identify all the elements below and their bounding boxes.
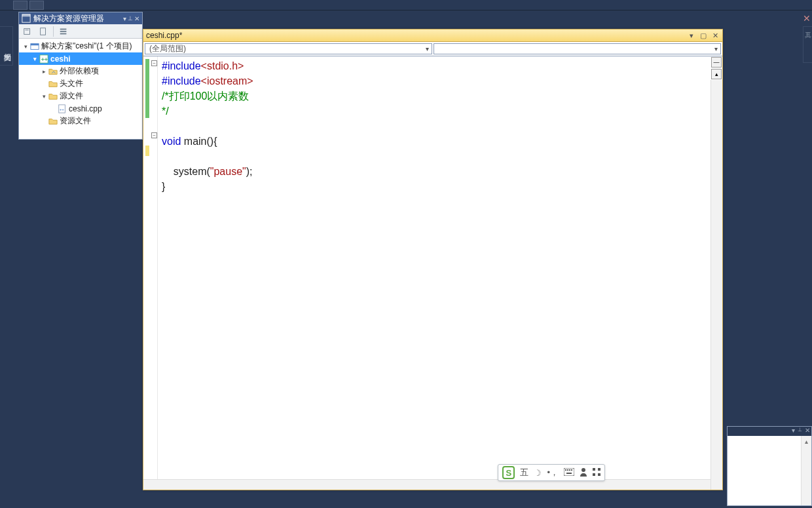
ime-mode-wubi[interactable]: 五 — [520, 467, 528, 479]
toolbar-separator — [53, 26, 54, 37]
horizontal-scrollbar[interactable] — [143, 479, 710, 490]
ime-user-icon[interactable] — [580, 467, 587, 479]
panel-icon — [22, 14, 31, 23]
editor-margin[interactable]: − − — [143, 56, 158, 490]
ime-toolbar[interactable]: S 五 ☽ •， — [498, 464, 605, 481]
toolbar-refresh-button[interactable] — [36, 26, 50, 37]
panel-pin-icon[interactable]: ⊥ — [128, 15, 133, 22]
editor-maximize-icon[interactable]: ▢ — [699, 31, 708, 40]
code-editor-window: ceshi.cpp* ▾ ▢ ✕ (全局范围) − − #include<std… — [143, 29, 723, 490]
br-close-icon[interactable]: ✕ — [805, 427, 810, 436]
svg-rect-15 — [565, 469, 566, 471]
panel-dropdown-icon[interactable]: ▾ — [123, 15, 126, 22]
svg-rect-21 — [593, 468, 595, 471]
svg-rect-14 — [564, 468, 574, 476]
svg-rect-17 — [569, 469, 570, 471]
folder-icon — [48, 79, 58, 89]
editor-tabbar: ceshi.cpp* ▾ ▢ ✕ — [143, 29, 722, 42]
br-panel-scrollbar[interactable]: ▴ — [801, 436, 811, 505]
split-horizontal-handle[interactable]: — — [711, 57, 722, 68]
tree-headers[interactable]: 头文件 — [19, 77, 142, 90]
svg-rect-6 — [60, 31, 67, 32]
code-text: system( — [162, 166, 210, 177]
svg-rect-22 — [598, 468, 600, 471]
ime-punct-icon[interactable]: •， — [547, 467, 559, 479]
tree-project-node[interactable]: ▾ ++ ceshi — [19, 52, 142, 65]
window-close-icon[interactable]: ✕ — [803, 13, 811, 24]
code-area[interactable]: #include<stdio.h> #include<iostream> /*打… — [158, 56, 722, 490]
svg-text:++: ++ — [41, 56, 48, 62]
svg-point-20 — [581, 468, 585, 472]
tree-sources[interactable]: ▾ 源文件 — [19, 90, 142, 102]
svg-rect-3 — [26, 29, 29, 30]
editor-menu-icon[interactable]: ▾ — [687, 31, 696, 40]
br-dropdown-icon[interactable]: ▾ — [792, 427, 795, 436]
folder-icon — [48, 116, 58, 127]
headers-label: 头文件 — [60, 78, 83, 89]
strip-button-1[interactable] — [13, 1, 28, 10]
tree-arrow-icon[interactable]: ▾ — [31, 56, 39, 62]
solution-explorer-titlebar[interactable]: 解决方案资源管理器 ▾ ⊥ ✕ — [19, 12, 142, 24]
editor-body: − − #include<stdio.h> #include<iostream>… — [143, 56, 722, 490]
scroll-up-icon[interactable]: ▴ — [802, 436, 811, 446]
code-string: "pause" — [210, 166, 246, 177]
page-icon — [39, 27, 48, 36]
external-deps-label: 外部依赖项 — [60, 66, 99, 77]
solution-label: 解决方案"ceshi"(1 个项目) — [41, 41, 132, 52]
panel-close-icon[interactable]: ✕ — [134, 15, 139, 22]
svg-rect-19 — [566, 473, 572, 474]
strip-button-2[interactable] — [29, 1, 44, 10]
ime-logo-icon[interactable]: S — [502, 466, 515, 479]
solution-tree: ▾ 解决方案"ceshi"(1 个项目) ▾ ++ ceshi ▸ 外部依赖项 … — [19, 39, 142, 128]
toolbar-properties-button[interactable] — [56, 26, 71, 37]
project-icon: ++ — [39, 54, 49, 64]
code-comment: */ — [162, 106, 169, 117]
solution-explorer-panel: 解决方案资源管理器 ▾ ⊥ ✕ ▾ 解决方案"ceshi"(1 个项目) ▾ — [18, 12, 143, 140]
svg-text:++: ++ — [60, 106, 65, 111]
br-pin-icon[interactable]: ⊥ — [798, 427, 802, 436]
cpp-file-label: ceshi.cpp — [69, 104, 102, 113]
code-keyword: void — [162, 136, 181, 147]
tree-arrow-icon[interactable]: ▾ — [22, 43, 29, 50]
project-label: ceshi — [50, 54, 71, 64]
editor-nav-dropdowns: (全局范围) — [143, 42, 722, 56]
code-keyword: #include — [162, 60, 201, 71]
scope-dropdown[interactable]: (全局范围) — [145, 43, 432, 54]
ime-keyboard-icon[interactable] — [564, 468, 574, 477]
code-include-path: <iostream> — [201, 75, 253, 87]
svg-rect-16 — [567, 469, 568, 471]
svg-rect-7 — [60, 33, 67, 34]
tree-arrow-icon[interactable]: ▾ — [40, 93, 48, 100]
svg-rect-1 — [22, 14, 30, 17]
toolbar-home-button[interactable] — [20, 26, 35, 37]
member-dropdown[interactable] — [434, 43, 721, 54]
ime-moon-icon[interactable]: ☽ — [534, 468, 542, 478]
svg-rect-2 — [24, 28, 30, 34]
vertical-scrollbar[interactable] — [710, 80, 722, 490]
tree-file-cpp[interactable]: ++ ceshi.cpp — [19, 102, 142, 115]
tree-arrow-icon[interactable]: ▸ — [40, 68, 48, 75]
tree-solution-node[interactable]: ▾ 解决方案"ceshi"(1 个项目) — [19, 40, 142, 52]
scroll-up-icon[interactable]: ▴ — [711, 69, 722, 79]
svg-rect-9 — [31, 43, 39, 45]
change-marker-saved — [145, 59, 149, 118]
fold-toggle[interactable]: − — [151, 132, 157, 138]
editor-tab-title[interactable]: ceshi.cpp* — [146, 31, 182, 40]
scope-dropdown-label: (全局范围) — [149, 43, 186, 54]
code-comment: /*打印100以内素数 — [162, 90, 249, 102]
br-panel-titlebar[interactable]: ▾ ⊥ ✕ — [728, 427, 811, 436]
cpp-file-icon: ++ — [57, 104, 67, 114]
svg-rect-24 — [598, 473, 600, 476]
editor-close-icon[interactable]: ✕ — [710, 31, 720, 40]
editor-scroll-column: — ▴ — [710, 56, 722, 490]
list-icon — [59, 27, 68, 36]
left-dock-tab[interactable]: 文档大纲 — [0, 26, 13, 66]
ime-grid-icon[interactable] — [593, 468, 600, 477]
bottom-right-panel: ▾ ⊥ ✕ ▴ — [727, 426, 812, 506]
fold-toggle[interactable]: − — [151, 60, 157, 66]
solution-icon — [29, 41, 40, 52]
folder-ref-icon — [48, 66, 58, 77]
tree-external-deps[interactable]: ▸ 外部依赖项 — [19, 65, 142, 77]
right-dock-tab[interactable]: 工具 — [803, 26, 812, 63]
tree-resources[interactable]: 资源文件 — [19, 115, 142, 127]
